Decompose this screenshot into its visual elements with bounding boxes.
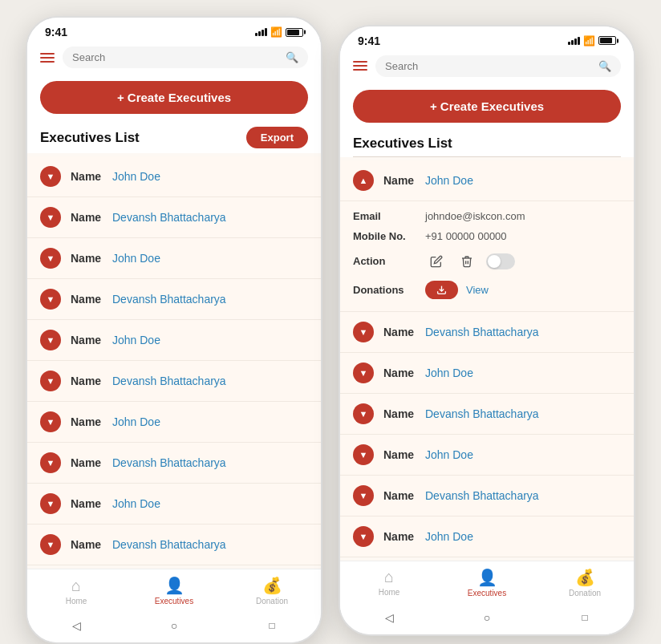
battery-icon <box>286 28 303 37</box>
create-executives-btn-1[interactable]: + Create Executives <box>40 81 308 114</box>
list-item: ▼ Name Devansh Bhattacharya <box>27 443 321 484</box>
chevron-down-icon: ▼ <box>359 532 368 541</box>
list-item: ▼ Name John Doe <box>340 516 634 557</box>
item-name: John Doe <box>112 252 160 265</box>
back-btn-1[interactable]: ◁ <box>67 617 85 634</box>
nav-home-2[interactable]: ⌂ Home <box>365 568 413 597</box>
executives-list-2: ▲ Name John Doe Email johndoe@iskcon.com… <box>340 157 634 561</box>
home-btn-1[interactable]: ○ <box>165 617 183 634</box>
action-label: Action <box>353 255 417 267</box>
item-label: Name <box>71 293 103 306</box>
expanded-item-label: Name <box>383 174 416 187</box>
chevron-btn[interactable]: ▼ <box>40 493 61 514</box>
item-name: John Doe <box>112 334 160 346</box>
home-icon-2: ⌂ <box>384 568 394 586</box>
edit-icon <box>430 255 443 268</box>
chevron-btn[interactable]: ▼ <box>40 534 61 555</box>
nav-donation-2[interactable]: 💰 Donation <box>561 568 609 597</box>
nav-executives-label: Executives <box>155 597 193 606</box>
chevron-down-icon: ▼ <box>47 213 55 222</box>
recent-btn-1[interactable]: □ <box>263 617 281 634</box>
nav-home-1[interactable]: ⌂ Home <box>52 577 100 606</box>
search-icon-1: 🔍 <box>286 51 298 63</box>
chevron-up-btn[interactable]: ▲ <box>353 170 374 191</box>
wifi-icon-2: 📶 <box>583 35 595 47</box>
chevron-btn[interactable]: ▼ <box>353 363 374 383</box>
chevron-btn[interactable]: ▼ <box>40 452 61 473</box>
chevron-btn[interactable]: ▼ <box>353 485 374 506</box>
expanded-item-header: ▲ Name John Doe <box>340 160 634 201</box>
chevron-btn[interactable]: ▼ <box>353 403 374 424</box>
item-label: Name <box>383 530 416 543</box>
mobile-row: Mobile No. +91 00000 00000 <box>353 226 621 246</box>
battery-icon-2 <box>598 36 616 45</box>
android-nav-1: ◁ ○ □ <box>27 610 321 642</box>
create-executives-btn-2[interactable]: + Create Executives <box>353 90 621 123</box>
signal-icon-2 <box>568 37 580 45</box>
hamburger-menu-2[interactable] <box>353 61 367 71</box>
search-icon-2: 🔍 <box>598 60 611 72</box>
action-icons <box>425 250 515 273</box>
chevron-down-icon: ▼ <box>47 253 55 263</box>
search-input-2[interactable] <box>385 60 594 72</box>
item-label: Name <box>383 367 416 379</box>
chevron-btn[interactable]: ▼ <box>353 444 374 465</box>
email-label: Email <box>353 210 417 222</box>
nav-executives-1[interactable]: 👤 Executives <box>150 576 198 606</box>
chevron-btn[interactable]: ▼ <box>40 289 61 310</box>
edit-btn[interactable] <box>425 250 448 273</box>
item-label: Name <box>71 252 103 265</box>
chevron-btn[interactable]: ▼ <box>40 248 61 269</box>
nav-donation-1[interactable]: 💰 Donation <box>248 576 296 606</box>
executives-icon-2: 👤 <box>477 568 497 587</box>
export-btn-1[interactable]: Export <box>246 127 308 148</box>
chevron-down-icon: ▼ <box>359 450 368 460</box>
nav-executives-label-2: Executives <box>468 589 506 597</box>
executives-icon: 👤 <box>164 576 185 595</box>
search-bar-2[interactable]: 🔍 <box>375 55 621 77</box>
item-label: Name <box>383 407 416 420</box>
download-btn[interactable] <box>425 281 458 299</box>
item-name: Devansh Bhattacharya <box>112 456 226 469</box>
chevron-btn[interactable]: ▼ <box>40 166 61 187</box>
trash-icon <box>460 255 473 268</box>
nav-donation-label: Donation <box>256 597 288 606</box>
recent-btn-2[interactable]: □ <box>576 609 594 626</box>
chevron-down-icon: ▼ <box>47 540 55 549</box>
chevron-btn[interactable]: ▼ <box>40 207 61 228</box>
chevron-down-icon: ▼ <box>47 335 55 345</box>
nav-executives-2[interactable]: 👤 Executives <box>463 568 511 597</box>
chevron-down-icon: ▼ <box>47 458 55 468</box>
item-name: Devansh Bhattacharya <box>425 407 539 420</box>
chevron-down-icon: ▼ <box>359 409 368 419</box>
delete-btn[interactable] <box>456 250 478 273</box>
nav-home-label: Home <box>66 597 87 606</box>
item-name: Devansh Bhattacharya <box>425 326 539 338</box>
hamburger-menu-1[interactable] <box>40 53 55 63</box>
action-row: Action <box>353 246 621 277</box>
mobile-value: +91 00000 00000 <box>425 230 507 242</box>
chevron-btn[interactable]: ▼ <box>40 330 61 350</box>
item-label: Name <box>71 211 103 224</box>
executives-list-1: ▼ Name John Doe ▼ Name Devansh Bhattacha… <box>27 153 321 569</box>
phone-2: 9:41 📶 🔍 + Create Executives Executives <box>339 25 635 636</box>
search-bar-1[interactable]: 🔍 <box>63 47 308 68</box>
back-btn-2[interactable]: ◁ <box>380 609 398 626</box>
list-item: ▼ Name John Doe <box>340 353 634 394</box>
square-icon-2: □ <box>582 612 587 623</box>
home-btn-2[interactable]: ○ <box>478 609 496 626</box>
item-name: John Doe <box>425 448 473 461</box>
chevron-btn[interactable]: ▼ <box>40 371 61 391</box>
expanded-list-item: ▲ Name John Doe Email johndoe@iskcon.com… <box>340 160 634 312</box>
signal-icon <box>255 28 267 36</box>
chevron-btn[interactable]: ▼ <box>353 526 374 547</box>
view-link[interactable]: View <box>466 284 489 296</box>
toggle-switch[interactable] <box>486 253 515 269</box>
list-item: ▼ Name Devansh Bhattacharya <box>340 312 634 353</box>
status-time-1: 9:41 <box>45 26 67 38</box>
chevron-btn[interactable]: ▼ <box>353 322 374 342</box>
search-input-1[interactable] <box>72 51 281 63</box>
chevron-btn[interactable]: ▼ <box>40 411 61 432</box>
chevron-down-icon: ▼ <box>47 417 55 427</box>
nav-home-label-2: Home <box>379 588 400 597</box>
